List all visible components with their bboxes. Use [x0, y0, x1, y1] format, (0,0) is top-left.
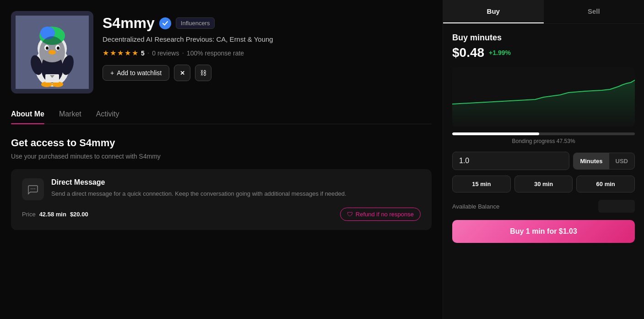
price-chart: [452, 67, 635, 127]
price-usd: $20.00: [70, 211, 88, 218]
profile-description: Decentralized AI Research Previous: CA, …: [103, 35, 432, 43]
svg-point-18: [31, 188, 32, 189]
trade-content: Buy minutes $0.48 +1.99%: [443, 24, 644, 319]
twitter-x-button[interactable]: ✕: [174, 65, 190, 81]
current-price: $0.48: [452, 45, 484, 60]
profile-header: S4mmy Influencers Decentralized AI Resea…: [11, 11, 432, 94]
price-change: +1.99%: [489, 49, 511, 56]
buy-minutes-title: Buy minutes: [452, 33, 635, 43]
service-title: Direct Message: [51, 178, 421, 187]
link-button[interactable]: ⛓: [195, 65, 211, 81]
bonding-progress-container: Bonding progress 47.53%: [452, 132, 635, 144]
unit-toggle: Minutes USD: [573, 153, 635, 170]
quick-30min-button[interactable]: 30 min: [514, 176, 573, 192]
tab-activity[interactable]: Activity: [96, 104, 119, 124]
profile-info: S4mmy Influencers Decentralized AI Resea…: [103, 11, 432, 81]
left-panel: S4mmy Influencers Decentralized AI Resea…: [0, 0, 443, 319]
quick-60min-button[interactable]: 60 min: [576, 176, 635, 192]
balance-value: [598, 200, 635, 213]
price-row: Price 42.58 min $20.00: [22, 211, 88, 218]
direct-message-card: Direct Message Send a direct message for…: [11, 169, 432, 230]
influencers-badge: Influencers: [176, 17, 215, 29]
progress-bar-track: [452, 132, 635, 135]
price-label: Price: [22, 211, 36, 218]
dot-separator-2: ·: [182, 49, 184, 57]
minutes-unit-button[interactable]: Minutes: [574, 153, 609, 169]
star-5: ★: [132, 49, 138, 57]
response-rate: 100% response rate: [187, 50, 244, 57]
balance-row: Available Balance: [452, 200, 635, 213]
access-subtitle: Use your purchased minutes to connect wi…: [11, 153, 432, 160]
avatar: [11, 11, 93, 94]
trade-tabs: Buy Sell: [443, 0, 644, 24]
price-row-right: $0.48 +1.99%: [452, 45, 635, 60]
verified-icon: [159, 17, 171, 29]
star-2: ★: [110, 49, 116, 57]
action-row: + Add to watchlist ✕ ⛓: [103, 65, 432, 81]
right-panel: Buy Sell Buy minutes $0.48 +1.99%: [443, 0, 644, 319]
reviews-count: 0 reviews: [152, 50, 179, 57]
stars-row: ★ ★ ★ ★ ★ 5 · 0 reviews · 100% response …: [103, 49, 432, 57]
star-4: ★: [124, 49, 131, 57]
watchlist-label: Add to watchlist: [117, 69, 162, 77]
refund-label: Refund if no response: [356, 211, 414, 218]
balance-label: Available Balance: [452, 203, 499, 210]
usd-unit-button[interactable]: USD: [609, 153, 634, 169]
shield-icon: 🛡: [347, 211, 353, 218]
svg-point-11: [49, 50, 56, 55]
profile-tabs: About Me Market Activity: [11, 104, 432, 124]
buy-tab[interactable]: Buy: [443, 0, 544, 23]
progress-bar-fill: [452, 132, 539, 135]
service-description: Send a direct message for a quick connec…: [51, 189, 421, 198]
sell-tab[interactable]: Sell: [544, 0, 644, 23]
refund-button[interactable]: 🛡 Refund if no response: [340, 208, 421, 221]
bonding-progress-label: Bonding progress 47.53%: [452, 138, 635, 144]
star-3: ★: [117, 49, 124, 57]
svg-point-19: [32, 188, 33, 189]
rating-number: 5: [141, 50, 145, 57]
amount-input[interactable]: [452, 152, 569, 170]
x-logo-icon: ✕: [180, 70, 185, 77]
buy-minutes-button[interactable]: Buy 1 min for $1.03: [452, 220, 635, 243]
card-footer: Price 42.58 min $20.00 🛡 Refund if no re…: [22, 208, 421, 221]
add-to-watchlist-button[interactable]: + Add to watchlist: [103, 65, 169, 81]
price-minutes: 42.58 min: [39, 211, 66, 218]
tab-about-me[interactable]: About Me: [11, 104, 44, 124]
profile-name-row: S4mmy Influencers: [103, 15, 432, 32]
chat-icon: [22, 178, 44, 200]
card-header: Direct Message Send a direct message for…: [22, 178, 421, 200]
tab-market[interactable]: Market: [59, 104, 81, 124]
quick-select-row: 15 min 30 min 60 min: [452, 176, 635, 192]
dot-separator-1: ·: [147, 49, 149, 57]
amount-input-row: Minutes USD: [452, 152, 635, 170]
link-icon: ⛓: [200, 69, 206, 77]
star-rating: ★ ★ ★ ★ ★: [103, 49, 138, 57]
quick-15min-button[interactable]: 15 min: [452, 176, 511, 192]
svg-point-20: [34, 188, 35, 189]
svg-point-10: [57, 47, 60, 50]
card-text-group: Direct Message Send a direct message for…: [51, 178, 421, 198]
access-title: Get access to S4mmy: [11, 137, 432, 149]
svg-point-9: [46, 47, 49, 50]
profile-name: S4mmy: [103, 15, 155, 32]
star-1: ★: [103, 49, 109, 57]
plus-icon: +: [110, 69, 114, 77]
